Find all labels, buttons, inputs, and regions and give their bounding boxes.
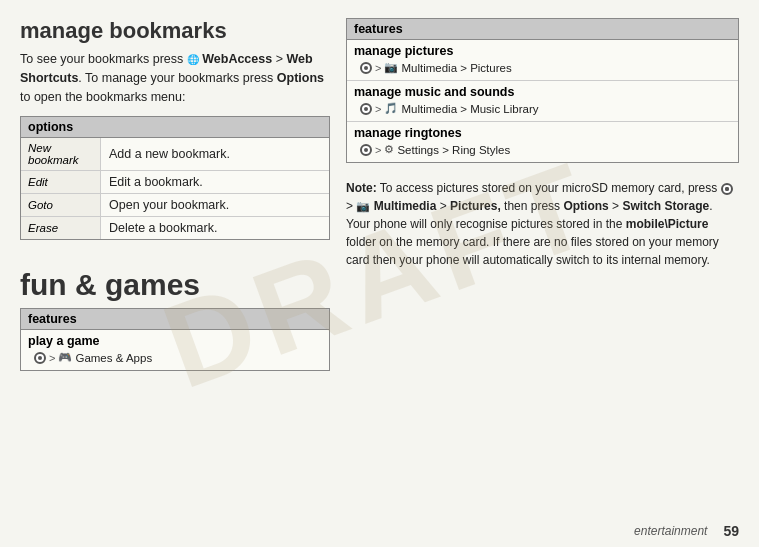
inline-nav-circle — [721, 183, 733, 195]
nav-circle-icon — [360, 103, 372, 115]
nav-arrow-1: > — [49, 352, 55, 364]
inline-multimedia-icon: 📷 — [356, 200, 370, 212]
row-key-edit: Edit — [21, 171, 101, 193]
options-label: Options — [277, 71, 324, 85]
nav-arrow: > — [375, 62, 381, 74]
inline-multimedia-label: Multimedia — [374, 199, 437, 213]
row-key-erase: Erase — [21, 217, 101, 239]
pictures-nav-label: Multimedia > Pictures — [401, 62, 511, 74]
multimedia-icon: 📷 — [384, 61, 398, 74]
options-table: options New bookmark Add a new bookmark.… — [20, 116, 330, 240]
games-icon: 🎮 — [58, 351, 72, 364]
inline-pictures-label: Pictures, — [450, 199, 501, 213]
inline-options-label: Options — [563, 199, 608, 213]
nav-arrow: > — [375, 103, 381, 115]
right-section-pictures: manage pictures > 📷 Multimedia > Picture… — [347, 40, 738, 81]
webaccess-label: WebAccess — [202, 52, 272, 66]
footer-label: entertainment — [634, 524, 707, 538]
fun-features-section: play a game > 🎮 Games & Apps — [21, 330, 329, 370]
note-paragraph: Note: To access pictures stored on your … — [346, 179, 739, 269]
mobile-picture-path: mobile\Picture — [626, 217, 709, 231]
footer-page: 59 — [723, 523, 739, 539]
row-value-erase: Delete a bookmark. — [101, 217, 329, 239]
right-features-table: features manage pictures > 📷 Multimedia … — [346, 18, 739, 163]
main-layout: manage bookmarks To see your bookmarks p… — [20, 18, 739, 537]
page-footer: entertainment 59 — [634, 523, 739, 539]
note-label: Note: — [346, 181, 377, 195]
music-icon: 🎵 — [384, 102, 398, 115]
right-section-ringtones-nav: > ⚙ Settings > Ring Styles — [354, 143, 731, 156]
nav-circle-icon — [34, 352, 46, 364]
fun-section-title: play a game — [28, 334, 322, 348]
table-row: New bookmark Add a new bookmark. — [21, 138, 329, 171]
row-key-goto: Goto — [21, 194, 101, 216]
table-row: Edit Edit a bookmark. — [21, 171, 329, 194]
right-section-pictures-title: manage pictures — [354, 44, 731, 58]
table-row: Goto Open your bookmark. — [21, 194, 329, 217]
right-features-table-header: features — [347, 19, 738, 40]
nav-arrow: > — [375, 144, 381, 156]
right-section-pictures-nav: > 📷 Multimedia > Pictures — [354, 61, 731, 74]
ringtones-nav-label: Settings > Ring Styles — [397, 144, 510, 156]
intro-paragraph: To see your bookmarks press 🌐 WebAccess … — [20, 50, 330, 106]
right-section-music: manage music and sounds > 🎵 Multimedia >… — [347, 81, 738, 122]
section-title-fun-games: fun & games — [20, 268, 330, 302]
row-value-edit: Edit a bookmark. — [101, 171, 329, 193]
nav-circle-icon — [360, 144, 372, 156]
page: DRAFT manage bookmarks To see your bookm… — [0, 0, 759, 547]
left-column: manage bookmarks To see your bookmarks p… — [20, 18, 330, 537]
options-table-header: options — [21, 117, 329, 138]
nav-circle-icon — [360, 62, 372, 74]
fun-features-table: features play a game > 🎮 Games & Apps — [20, 308, 330, 371]
right-section-music-nav: > 🎵 Multimedia > Music Library — [354, 102, 731, 115]
webaccess-icon: 🌐 — [187, 54, 199, 65]
row-value-goto: Open your bookmark. — [101, 194, 329, 216]
music-nav-label: Multimedia > Music Library — [401, 103, 538, 115]
inline-switchstorage-label: Switch Storage — [622, 199, 709, 213]
fun-nav-label: Games & Apps — [75, 352, 152, 364]
right-column: features manage pictures > 📷 Multimedia … — [346, 18, 739, 537]
right-section-ringtones: manage ringtones > ⚙ Settings > Ring Sty… — [347, 122, 738, 162]
right-section-music-title: manage music and sounds — [354, 85, 731, 99]
fun-section-nav: > 🎮 Games & Apps — [28, 351, 322, 364]
row-value-new-bookmark: Add a new bookmark. — [101, 138, 329, 170]
settings-icon: ⚙ — [384, 143, 394, 156]
right-section-ringtones-title: manage ringtones — [354, 126, 731, 140]
row-key-new-bookmark: New bookmark — [21, 138, 101, 170]
section-title-bookmarks: manage bookmarks — [20, 18, 330, 44]
table-row: Erase Delete a bookmark. — [21, 217, 329, 239]
fun-features-table-header: features — [21, 309, 329, 330]
